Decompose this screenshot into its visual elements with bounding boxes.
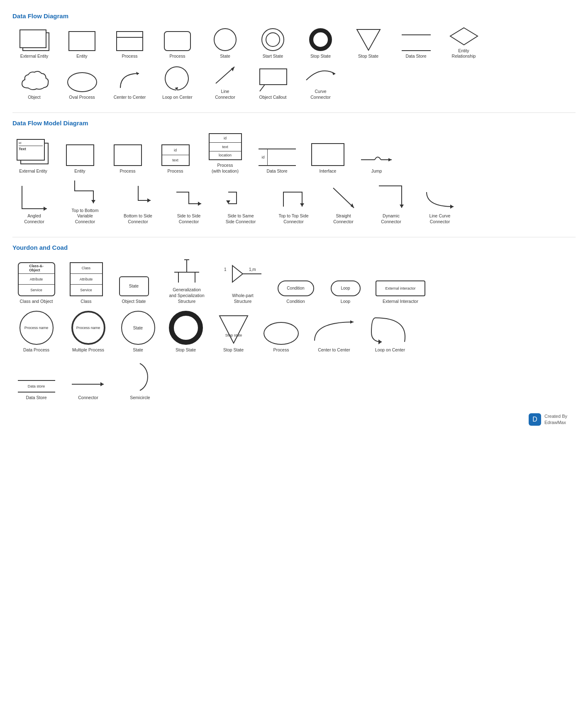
dfd-loop-on-center: Loop on Center: [156, 67, 199, 100]
dfm-section: Data Flow Model Diagram id Text External…: [12, 119, 576, 224]
yourdon-section: Yourdon and Coad Class-&-Object Attribut…: [12, 244, 576, 400]
yourdon-title: Yourdon and Coad: [12, 244, 576, 251]
yourdon-row2: Process name Data Process Process name M…: [12, 311, 576, 353]
dfm-process-location: id text location Process(with location): [201, 133, 249, 174]
svg-rect-6: [260, 69, 287, 85]
svg-marker-16: [226, 200, 230, 204]
dfm-angled-connector: AngledConnector: [12, 184, 56, 224]
yourdon-process-oval: Process: [259, 320, 303, 353]
dfd-data-store: Data Store: [394, 26, 438, 59]
dfd-entity: Entity: [60, 26, 104, 59]
yourdon-connector: Connector: [64, 368, 112, 401]
yourdon-condition: Condition Condition: [272, 271, 320, 304]
dfd-curve-connector: CurveConnector: [299, 63, 342, 100]
dfd-process1: Process: [108, 26, 151, 59]
dfm-straight-connector: StraightConnector: [322, 184, 365, 224]
svg-marker-36: [100, 382, 104, 386]
svg-marker-17: [300, 203, 304, 207]
yourdon-object-state: State Object State: [112, 271, 156, 304]
svg-marker-31: [220, 316, 248, 343]
yourdon-stop-state-triangle: Stop state Stop State: [212, 315, 255, 353]
dfm-process2: id text Process: [154, 141, 197, 174]
dfm-title: Data Flow Model Diagram: [12, 119, 576, 127]
svg-marker-12: [44, 207, 47, 211]
dfm-line-curve: Line CurveConnector: [417, 184, 463, 224]
data-flow-title: Data Flow Diagram: [12, 12, 576, 20]
dfm-dynamic-connector: DynamicConnector: [369, 184, 413, 224]
svg-marker-19: [351, 203, 354, 208]
svg-marker-28: [232, 266, 243, 282]
dfd-stop-state2: Stop State: [346, 26, 390, 59]
yourdon-ext-interactor: External interactor External Interactor: [371, 271, 429, 304]
yourdon-gen-spec: Generalizationand SpecializationStructur…: [160, 258, 214, 304]
svg-marker-20: [400, 205, 404, 208]
dfm-process: Process: [106, 141, 149, 174]
dfd-stop-state1: Stop State: [299, 26, 342, 59]
yourdon-semicircle: Semicircle: [116, 361, 164, 401]
edrawmax-logo: D: [529, 413, 541, 426]
dfm-row2: AngledConnector Top to BottomVariableCon…: [12, 178, 576, 225]
yourdon-multiple-process: Process name Multiple Process: [64, 311, 112, 353]
svg-marker-2: [136, 72, 139, 75]
dfd-entity-relationship: EntityRelationship: [442, 26, 486, 59]
svg-marker-1: [450, 28, 478, 45]
dfd-start-state: Start State: [251, 26, 295, 59]
svg-line-7: [260, 85, 265, 91]
dfd-center-to-center: Center to Center: [108, 67, 151, 100]
svg-line-18: [333, 188, 354, 208]
svg-marker-5: [231, 67, 234, 71]
svg-marker-0: [357, 29, 380, 50]
svg-marker-33: [350, 320, 354, 324]
yourdon-center-to-center: Center to Center: [307, 318, 361, 353]
data-flow-section: Data Flow Diagram External Entity Entity: [12, 12, 576, 100]
svg-text:Stop state: Stop state: [225, 333, 242, 337]
dfd-object: Object: [12, 67, 56, 100]
dfm-interface: Interface: [305, 141, 351, 174]
yourdon-class-object: Class-&-Object Attribute Service Class a…: [12, 262, 60, 305]
dfd-oval-process: Oval Process: [60, 67, 104, 100]
dfd-object-callout: Object Callout: [251, 67, 295, 100]
dfm-side-same-side: Side to SameSide Connector: [216, 184, 266, 224]
yourdon-loop-on-center: Loop on Center: [365, 314, 415, 353]
dfm-entity: Entity: [58, 141, 102, 174]
yourdon-row3: Data store Data Store Connector Semicir: [12, 361, 576, 401]
dfd-line-connector: LineConnector: [203, 63, 247, 100]
dfm-jump: Jump: [355, 141, 398, 174]
svg-marker-11: [388, 158, 392, 161]
yourdon-whole-part: 1 1,m Whole-partStructure: [218, 263, 268, 304]
dfm-bottom-to-side: Bottom to SideConnector: [114, 184, 162, 224]
dfm-side-to-side: Side to SideConnector: [166, 184, 212, 224]
footer-text: Created By EdrawMax: [544, 413, 567, 426]
svg-text:1: 1: [224, 267, 227, 272]
svg-marker-21: [450, 205, 454, 209]
svg-marker-15: [198, 202, 201, 206]
yourdon-loop: Loop Loop: [324, 271, 367, 304]
yourdon-row1: Class-&-Object Attribute Service Class a…: [12, 258, 576, 304]
svg-marker-13: [91, 200, 95, 203]
svg-text:1,m: 1,m: [249, 267, 256, 272]
dfm-row1: id Text External Entity Entity Process: [12, 133, 576, 174]
yourdon-data-store: Data store Data Store: [12, 368, 60, 401]
dfm-external-entity: id Text External Entity: [12, 139, 54, 174]
yourdon-state-circle: State State: [116, 311, 160, 353]
dfd-row2: Object Oval Process Center to Center: [12, 63, 576, 100]
svg-marker-14: [147, 198, 151, 202]
footer: D Created By EdrawMax: [12, 413, 576, 426]
dfm-data-store: id Data Store: [253, 141, 301, 174]
dfd-process2: Process: [156, 26, 199, 59]
dfd-row1: External Entity Entity Process Process: [12, 26, 576, 59]
dfd-external-entity: External Entity: [12, 26, 56, 59]
svg-marker-34: [378, 339, 382, 344]
dfm-top-bottom-variable: Top to BottomVariableConnector: [60, 178, 110, 225]
yourdon-stop-state-thick: Stop State: [164, 311, 207, 353]
dfm-top-to-top: Top to Top SideConnector: [270, 184, 317, 224]
yourdon-data-process: Process name Data Process: [12, 311, 60, 353]
dfd-state: State: [203, 26, 247, 59]
yourdon-class: Class Attribute Service Class: [64, 262, 108, 305]
